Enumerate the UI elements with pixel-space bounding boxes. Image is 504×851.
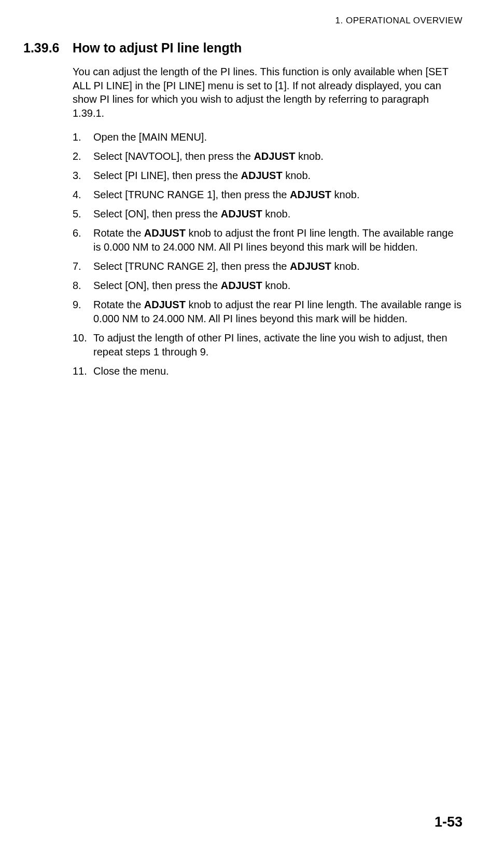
step-text: Select [PI LINE], then press the ADJUST … (93, 169, 463, 183)
step-number: 8. (73, 279, 93, 293)
steps-list: 1.Open the [MAIN MENU].2.Select [NAVTOOL… (73, 130, 463, 378)
step-3: 3.Select [PI LINE], then press the ADJUS… (73, 169, 463, 183)
step-number: 4. (73, 188, 93, 202)
step-2: 2.Select [NAVTOOL], then press the ADJUS… (73, 149, 463, 163)
step-text: Select [TRUNC RANGE 2], then press the A… (93, 259, 463, 273)
step-4: 4.Select [TRUNC RANGE 1], then press the… (73, 188, 463, 202)
step-number: 1. (73, 130, 93, 144)
step-text: Select [NAVTOOL], then press the ADJUST … (93, 149, 463, 163)
step-7: 7.Select [TRUNC RANGE 2], then press the… (73, 259, 463, 273)
step-number: 3. (73, 169, 93, 183)
section-title: How to adjust PI line length (73, 40, 463, 56)
step-number: 6. (73, 226, 93, 254)
step-number: 5. (73, 207, 93, 221)
step-8: 8.Select [ON], then press the ADJUST kno… (73, 279, 463, 293)
step-text: Rotate the ADJUST knob to adjust the rea… (93, 298, 463, 326)
step-text: Close the menu. (93, 364, 463, 378)
intro-paragraph: You can adjust the length of the PI line… (73, 65, 463, 120)
step-number: 9. (73, 298, 93, 326)
page-number: 1-53 (435, 814, 463, 830)
step-text: Open the [MAIN MENU]. (93, 130, 463, 144)
section-heading: 1.39.6 How to adjust PI line length (23, 40, 463, 56)
step-text: Select [ON], then press the ADJUST knob. (93, 207, 463, 221)
step-5: 5.Select [ON], then press the ADJUST kno… (73, 207, 463, 221)
step-10: 10.To adjust the length of other PI line… (73, 331, 463, 359)
step-6: 6.Rotate the ADJUST knob to adjust the f… (73, 226, 463, 254)
step-text: Select [TRUNC RANGE 1], then press the A… (93, 188, 463, 202)
step-number: 11. (73, 364, 93, 378)
step-1: 1.Open the [MAIN MENU]. (73, 130, 463, 144)
chapter-header: 1. OPERATIONAL OVERVIEW (23, 16, 463, 26)
step-text: Select [ON], then press the ADJUST knob. (93, 279, 463, 293)
section-number: 1.39.6 (23, 40, 73, 56)
step-number: 10. (73, 331, 93, 359)
step-11: 11.Close the menu. (73, 364, 463, 378)
step-number: 7. (73, 259, 93, 273)
step-9: 9.Rotate the ADJUST knob to adjust the r… (73, 298, 463, 326)
step-text: Rotate the ADJUST knob to adjust the fro… (93, 226, 463, 254)
step-number: 2. (73, 149, 93, 163)
step-text: To adjust the length of other PI lines, … (93, 331, 463, 359)
